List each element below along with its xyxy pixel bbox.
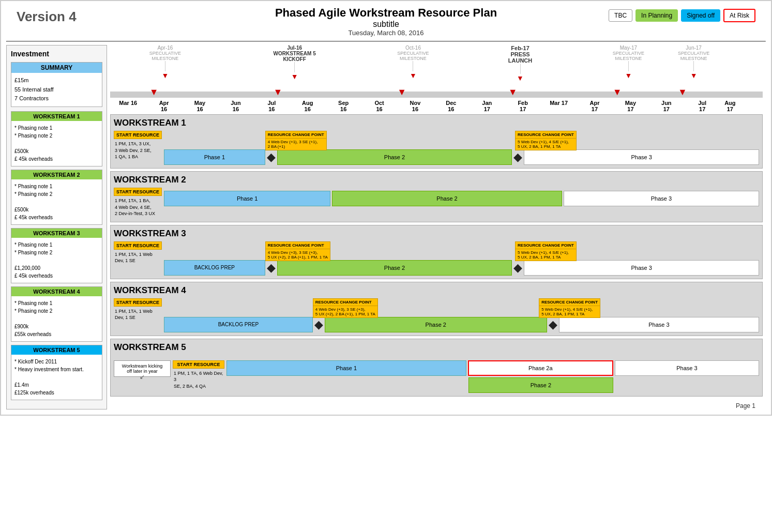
ws2-sr-text: 1 PM, 1TA, 1 BA,4 Web Dev, 4 SE,2 Dev-in… (114, 196, 162, 219)
month-jun17: Jun17 (648, 100, 684, 112)
ws5-title: WORKSTREAM 5 (114, 342, 759, 353)
ws1-diamond1: ◆ (267, 149, 276, 165)
month-sep16: Sep16 (325, 100, 361, 112)
ws1-rcp1: RESOURCE CHANGE POINT 4 Web Dev (+1), 3 … (265, 131, 327, 150)
ws3-sr-label: START RESOURCE (114, 241, 162, 250)
arrow-oct16: ▼ (397, 87, 406, 97)
sidebar-ws3-body: * Phasing note 1* Phasing note 2£1,200,0… (11, 238, 102, 283)
sidebar-ws4-body: * Phasing note 1* Phasing note 2£900k£55… (11, 296, 102, 341)
ws3-rcp2-text: 5 Web Dev (+1), 4 S/E (+1),5 UX, 2 BA, 1… (515, 249, 577, 261)
version-label: Version 4 (17, 9, 77, 25)
month-apr17: Apr17 (577, 100, 612, 112)
month-jul16: Jul16 (254, 100, 290, 112)
ws4-section: WORKSTREAM 4 START RESOURCE 1 PM, 1TA, 1… (110, 282, 763, 336)
ws2-start-resource: START RESOURCE 1 PM, 1TA, 1 BA,4 Web Dev… (114, 188, 162, 219)
ws1-sr-text: 1 PM, 1TA, 3 UX,3 Web Dev, 2 SE,1 QA, 1 … (114, 139, 162, 162)
month-apr16: Apr16 (146, 100, 181, 112)
ws3-sr-text: 1 PM, 1TA, 1 WebDev, 1 SE (114, 250, 162, 266)
months-row: Mar 16 Apr16 May16 Jun16 Jul16 Aug16 Sep… (110, 100, 763, 112)
milestone-oct16: Oct-16 SPECULATIVE MILESTONE ▼ (397, 45, 429, 80)
ws5-phase1: Phase 1 (226, 360, 466, 376)
ws4-rcp2-label: RESOURCE CHANGE POINT (539, 298, 600, 306)
ws1-phase1: Phase 1 (164, 149, 265, 165)
milestone-feb17: Feb-17 PRESS LAUNCH ▼ (508, 45, 532, 82)
ws1-rcp1-label: RESOURCE CHANGE POINT (265, 131, 327, 139)
month-dec16: Dec16 (433, 100, 469, 112)
ws4-rcp2-text: 5 Web Dev (+1), 4 S/E (+1),5 UX, 2 BA, 1… (539, 306, 600, 318)
ws5-sr-text: 1 PM, 1 TA, 6 Web Dev, 3SE, 2 BA, 4 QA (173, 369, 224, 391)
badge-tbc: TBC (609, 9, 632, 22)
ws5-content: Workstream kickingoff later in year ↙ ST… (114, 355, 759, 393)
header-date: Tuesday, March 08, 2016 (6, 29, 766, 37)
status-badges: TBC In Planning Signed off At Risk (609, 9, 755, 22)
ws2-sr-label: START RESOURCE (114, 188, 162, 196)
badge-planning: In Planning (635, 9, 678, 22)
month-may16: May16 (182, 100, 218, 112)
ws2-phase3: Phase 3 (564, 191, 759, 206)
investment-line3: 7 Contractors (14, 94, 99, 103)
sidebar-ws3: WORKSTREAM 3 * Phasing note 1* Phasing n… (11, 228, 102, 283)
ws3-phase-bars: BACKLOG PREP ◆ Phase 2 ◆ Phase 3 (164, 260, 759, 276)
ws1-sr-label: START RESOURCE (114, 131, 162, 139)
ws1-phase-bars: Phase 1 ◆ Phase 2 ◆ Phase 3 (164, 149, 759, 165)
ws3-rcp2: RESOURCE CHANGE POINT 5 Web Dev (+1), 4 … (515, 241, 577, 261)
ws5-note-arrow: ↙ (140, 373, 145, 381)
sidebar-ws1-header: WORKSTREAM 1 (11, 112, 102, 121)
ws1-phase2: Phase 2 (277, 149, 512, 165)
main-layout: Investment SUMMARY £15m 55 Internal staf… (6, 45, 766, 409)
ws4-sr-text: 1 PM, 1TA, 1 WebDev, 1 SE (114, 307, 162, 323)
sidebar-ws2: WORKSTREAM 2 * Phasing note 1* Phasing n… (11, 170, 102, 225)
ws4-body: START RESOURCE 1 PM, 1TA, 1 WebDev, 1 SE… (114, 298, 759, 332)
investment-line1: £15m (14, 76, 99, 85)
milestone-apr16: Apr-16 SPECULATIVE MILESTONE ▼ (149, 45, 181, 80)
month-mar17: Mar 17 (541, 100, 577, 112)
ws3-rcp1-text: 4 Web Dev (+3), 3 SE (+3),5 UX (+2), 2 B… (265, 249, 330, 261)
milestones-row: Apr-16 SPECULATIVE MILESTONE ▼ Jul-16 WO… (110, 45, 763, 92)
ws3-phases: RESOURCE CHANGE POINT 4 Web Dev (+3), 3 … (164, 241, 759, 276)
milestone-may17: May-17 SPECULATIVE MILESTONE ▼ (613, 45, 644, 80)
ws4-rcp1: RESOURCE CHANGE POINT 4 Web Dev (+3), 3 … (313, 298, 378, 318)
ws4-phase-bars: BACKLOG PREP ◆ Phase 2 ◆ Phase 3 (164, 317, 759, 332)
ws1-title: WORKSTREAM 1 (114, 118, 759, 128)
month-feb17: Feb17 (505, 100, 540, 112)
badge-risk: At Risk (723, 9, 755, 22)
ws2-phase1: Phase 1 (164, 191, 330, 206)
ws5-note-box: Workstream kickingoff later in year ↙ (114, 360, 171, 377)
ws4-rcp2: RESOURCE CHANGE POINT 5 Web Dev (+1), 4 … (539, 298, 600, 318)
ws5-body: Workstream kickingoff later in year ↙ ST… (114, 355, 759, 393)
sidebar-ws1: WORKSTREAM 1 * Phasing note 1* Phasing n… (11, 111, 102, 166)
month-jul17: Jul17 (685, 100, 720, 112)
sidebar-ws1-body: * Phasing note 1* Phasing note 2£500k£ 4… (11, 121, 102, 166)
sidebar-ws5-body: * Kickoff Dec 2011* Heavy investment fro… (11, 355, 102, 400)
arrow-apr16: ▼ (149, 87, 159, 97)
ws1-rcp1-text: 4 Web Dev (+1), 3 SE (+1),2 BA (+1) (265, 139, 327, 150)
ws1-rcp2-label: RESOURCE CHANGE POINT (515, 131, 577, 139)
ws2-phase-bars: Phase 1 Phase 2 Phase 3 (164, 191, 759, 206)
ws2-body: START RESOURCE 1 PM, 1TA, 1 BA,4 Web Dev… (114, 188, 759, 219)
timeline-bar: ▼ ▼ ▼ ▼ ▼ ▼ (110, 92, 763, 98)
milestone-jul16: Jul-16 WORKSTREAM 5 KICKOFF ▼ (274, 45, 316, 81)
month-mar16: Mar 16 (110, 100, 146, 112)
ws1-body: START RESOURCE 1 PM, 1TA, 3 UX,3 Web Dev… (114, 131, 759, 165)
sidebar-ws4-header: WORKSTREAM 4 (11, 287, 102, 296)
month-aug16: Aug16 (290, 100, 325, 112)
investment-body: £15m 55 Internal staff 7 Contractors (11, 73, 102, 107)
ws4-rcp1-text: 4 Web Dev (+3), 3 SE (+3),5 UX (+2), 2 B… (313, 306, 378, 318)
month-jan17: Jan17 (469, 100, 505, 112)
month-jun16: Jun16 (218, 100, 253, 112)
month-may17: May17 (613, 100, 648, 112)
ws4-rcp1-label: RESOURCE CHANGE POINT (313, 298, 378, 306)
page-wrapper: Version 4 Phased Agile Workstream Resour… (0, 0, 772, 416)
month-aug17: Aug17 (720, 100, 740, 112)
content-area: Apr-16 SPECULATIVE MILESTONE ▼ Jul-16 WO… (107, 45, 766, 409)
ws2-title: WORKSTREAM 2 (114, 175, 759, 185)
ws5-phase3: Phase 3 (615, 360, 759, 376)
timeline-bar-section: ▼ ▼ ▼ ▼ ▼ ▼ (110, 92, 763, 98)
ws3-diamond1: ◆ (267, 260, 276, 276)
ws2-section: WORKSTREAM 2 START RESOURCE 1 PM, 1TA, 1… (110, 171, 763, 222)
month-nov16: Nov16 (397, 100, 433, 112)
sidebar-ws5-header: WORKSTREAM 5 (11, 345, 102, 355)
ws1-section: WORKSTREAM 1 START RESOURCE 1 PM, 1TA, 3… (110, 114, 763, 169)
arrow-jul16: ▼ (274, 87, 283, 97)
page-number: Page 1 (107, 399, 766, 409)
